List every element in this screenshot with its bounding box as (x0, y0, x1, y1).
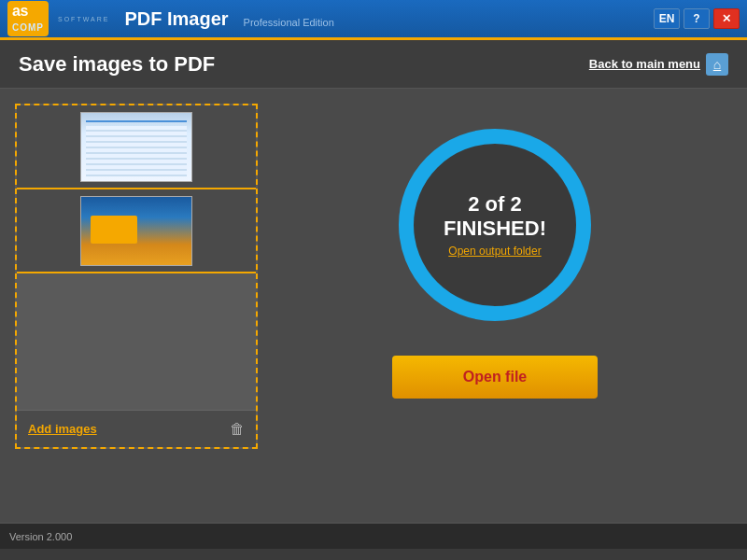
progress-circle: 2 of 2 FINISHED! Open output folder (392, 122, 598, 328)
titlebar-controls: EN ? ✕ (654, 8, 740, 29)
right-panel: 2 of 2 FINISHED! Open output folder Open… (258, 104, 732, 399)
panel-footer: Add images 🗑 (17, 410, 256, 447)
version-text: Version 2.000 (9, 531, 72, 542)
titlebar: asCOMP SOFTWARE PDF Imager Professional … (0, 0, 747, 37)
logo-area: asCOMP SOFTWARE PDF Imager Professional … (7, 1, 334, 36)
logo-sub-text: SOFTWARE (58, 16, 109, 22)
main-content: Save images to PDF Back to main menu ⌂ A… (0, 40, 747, 523)
trash-icon[interactable]: 🗑 (230, 421, 245, 438)
close-button[interactable]: ✕ (713, 8, 740, 29)
back-label: Back to main menu (589, 57, 700, 71)
open-output-folder-link[interactable]: Open output folder (444, 245, 546, 258)
logo-box: asCOMP (7, 1, 49, 36)
home-icon: ⌂ (706, 53, 728, 76)
progress-count: 2 of 2 (444, 192, 546, 217)
back-to-main-button[interactable]: Back to main menu ⌂ (589, 53, 728, 76)
list-item[interactable] (17, 189, 256, 273)
edition-label: Professional Edition (244, 17, 334, 28)
lang-button[interactable]: EN (654, 8, 680, 29)
circle-text: 2 of 2 FINISHED! Open output folder (444, 192, 546, 258)
list-item[interactable] (17, 105, 256, 189)
page-header: Save images to PDF Back to main menu ⌂ (0, 40, 747, 89)
add-images-button[interactable]: Add images (28, 422, 97, 436)
thumbnail-1 (80, 112, 192, 182)
help-button[interactable]: ? (684, 8, 710, 29)
app-name: PDF Imager (124, 8, 228, 30)
open-file-button[interactable]: Open file (392, 356, 598, 399)
page-title: Save images to PDF (19, 52, 215, 77)
finished-text: FINISHED! (444, 217, 546, 241)
thumbnail-2 (80, 196, 192, 266)
logo-text: asCOMP (12, 4, 44, 34)
statusbar: Version 2.000 (0, 523, 747, 549)
content-area: Add images 🗑 2 of 2 FINISHED! Open outpu… (0, 89, 747, 523)
image-list-panel: Add images 🗑 (15, 104, 258, 449)
